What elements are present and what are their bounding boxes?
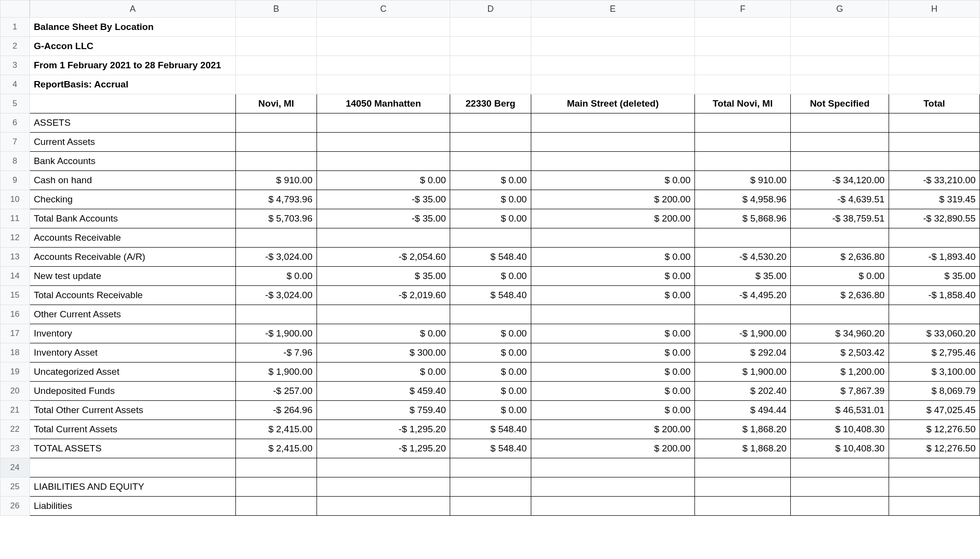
cell-C5[interactable]: 14050 Manhatten (317, 94, 450, 113)
col-header-E[interactable]: E (531, 0, 694, 18)
cell-H26[interactable] (889, 497, 980, 516)
cell-G20[interactable]: $ 7,867.39 (791, 382, 889, 401)
cell-C14[interactable]: $ 35.00 (317, 267, 450, 286)
cell-E13[interactable]: $ 0.00 (531, 248, 694, 267)
cell-C11[interactable]: -$ 35.00 (317, 209, 450, 228)
row-header-1[interactable]: 1 (0, 18, 30, 37)
cell-F18[interactable]: $ 292.04 (694, 343, 790, 363)
cell-E18[interactable]: $ 0.00 (531, 343, 694, 363)
cell-G10[interactable]: -$ 4,639.51 (791, 190, 889, 209)
cell-A21[interactable]: Total Other Current Assets (29, 401, 236, 420)
cell-B20[interactable]: -$ 257.00 (236, 382, 317, 401)
cell-E16[interactable] (531, 305, 694, 324)
cell-C21[interactable]: $ 759.40 (317, 401, 450, 420)
cell-C7[interactable] (317, 133, 450, 152)
cell-F19[interactable]: $ 1,900.00 (694, 363, 790, 382)
row-header-15[interactable]: 15 (0, 286, 30, 305)
cell-D18[interactable]: $ 0.00 (450, 343, 531, 363)
cell-E6[interactable] (531, 113, 694, 133)
cell-C15[interactable]: -$ 2,019.60 (317, 286, 450, 305)
cell-E20[interactable]: $ 0.00 (531, 382, 694, 401)
cell-F13[interactable]: -$ 4,530.20 (694, 248, 790, 267)
row-header-17[interactable]: 17 (0, 324, 30, 343)
cell-E8[interactable] (531, 152, 694, 171)
row-header-23[interactable]: 23 (0, 439, 30, 458)
cell-E17[interactable]: $ 0.00 (531, 324, 694, 343)
cell-D26[interactable] (450, 497, 531, 516)
cell-E23[interactable]: $ 200.00 (531, 439, 694, 458)
cell-H9[interactable]: -$ 33,210.00 (889, 171, 980, 190)
cell-B21[interactable]: -$ 264.96 (236, 401, 317, 420)
cell-D22[interactable]: $ 548.40 (450, 420, 531, 439)
cell-H22[interactable]: $ 12,276.50 (889, 420, 980, 439)
cell-H14[interactable]: $ 35.00 (889, 267, 980, 286)
cell-D5[interactable]: 22330 Berg (450, 94, 531, 113)
cell-F6[interactable] (694, 113, 790, 133)
cell-H16[interactable] (889, 305, 980, 324)
col-header-B[interactable]: B (236, 0, 317, 18)
cell-H18[interactable]: $ 2,795.46 (889, 343, 980, 363)
cell-H11[interactable]: -$ 32,890.55 (889, 209, 980, 228)
cell-G15[interactable]: $ 2,636.80 (791, 286, 889, 305)
cell-A14[interactable]: New test update (29, 267, 236, 286)
cell-A15[interactable]: Total Accounts Receivable (29, 286, 236, 305)
row-header-26[interactable]: 26 (0, 497, 30, 516)
cell-D6[interactable] (450, 113, 531, 133)
cell-H6[interactable] (889, 113, 980, 133)
cell-G16[interactable] (791, 305, 889, 324)
row-header-9[interactable]: 9 (0, 171, 30, 190)
cell-D23[interactable]: $ 548.40 (450, 439, 531, 458)
row-header-8[interactable]: 8 (0, 152, 30, 171)
cell-C24[interactable] (317, 458, 450, 477)
cell-B15[interactable]: -$ 3,024.00 (236, 286, 317, 305)
cell-G5[interactable]: Not Specified (791, 94, 889, 113)
cell-D21[interactable]: $ 0.00 (450, 401, 531, 420)
cell-F16[interactable] (694, 305, 790, 324)
cell-A8[interactable]: Bank Accounts (29, 152, 236, 171)
cell-H1[interactable] (889, 18, 980, 37)
row-header-5[interactable]: 5 (0, 94, 30, 113)
cell-C19[interactable]: $ 0.00 (317, 363, 450, 382)
row-header-7[interactable]: 7 (0, 133, 30, 152)
cell-C1[interactable] (317, 18, 450, 37)
cell-F1[interactable] (694, 18, 790, 37)
row-header-16[interactable]: 16 (0, 305, 30, 324)
col-header-F[interactable]: F (694, 0, 790, 18)
cell-D9[interactable]: $ 0.00 (450, 171, 531, 190)
cell-D19[interactable]: $ 0.00 (450, 363, 531, 382)
cell-B9[interactable]: $ 910.00 (236, 171, 317, 190)
cell-H24[interactable] (889, 458, 980, 477)
cell-F20[interactable]: $ 202.40 (694, 382, 790, 401)
cell-B18[interactable]: -$ 7.96 (236, 343, 317, 363)
cell-D1[interactable] (450, 18, 531, 37)
cell-A26[interactable]: Liabilities (29, 497, 236, 516)
cell-F23[interactable]: $ 1,868.20 (694, 439, 790, 458)
cell-A25[interactable]: LIABILITIES AND EQUITY (29, 477, 236, 497)
cell-G26[interactable] (791, 497, 889, 516)
row-header-21[interactable]: 21 (0, 401, 30, 420)
cell-C13[interactable]: -$ 2,054.60 (317, 248, 450, 267)
cell-C26[interactable] (317, 497, 450, 516)
row-header-13[interactable]: 13 (0, 248, 30, 267)
row-header-2[interactable]: 2 (0, 37, 30, 56)
cell-F5[interactable]: Total Novi, MI (694, 94, 790, 113)
cell-B19[interactable]: $ 1,900.00 (236, 363, 317, 382)
cell-B23[interactable]: $ 2,415.00 (236, 439, 317, 458)
cell-H21[interactable]: $ 47,025.45 (889, 401, 980, 420)
cell-A1[interactable]: Balance Sheet By Location (29, 18, 236, 37)
cell-D15[interactable]: $ 548.40 (450, 286, 531, 305)
cell-A23[interactable]: TOTAL ASSETS (29, 439, 236, 458)
cell-A20[interactable]: Undeposited Funds (29, 382, 236, 401)
cell-A4[interactable]: ReportBasis: Accrual (29, 75, 236, 94)
cell-G13[interactable]: $ 2,636.80 (791, 248, 889, 267)
cell-F15[interactable]: -$ 4,495.20 (694, 286, 790, 305)
cell-B8[interactable] (236, 152, 317, 171)
cell-G8[interactable] (791, 152, 889, 171)
cell-A11[interactable]: Total Bank Accounts (29, 209, 236, 228)
cell-G9[interactable]: -$ 34,120.00 (791, 171, 889, 190)
cell-D20[interactable]: $ 0.00 (450, 382, 531, 401)
cell-A9[interactable]: Cash on hand (29, 171, 236, 190)
cell-A6[interactable]: ASSETS (29, 113, 236, 133)
cell-C9[interactable]: $ 0.00 (317, 171, 450, 190)
cell-B7[interactable] (236, 133, 317, 152)
